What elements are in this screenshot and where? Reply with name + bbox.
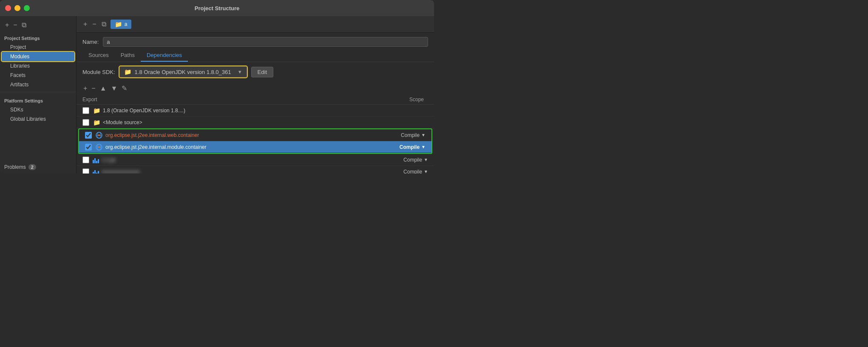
remove-module-button[interactable]: −: [12, 21, 18, 29]
module-name: a: [125, 21, 128, 27]
sidebar-item-sdks[interactable]: SDKs: [0, 105, 76, 114]
sidebar-item-global-libraries-label: Global Libraries: [10, 116, 46, 122]
tab-dependencies[interactable]: Dependencies: [141, 49, 188, 62]
sdk-dropdown[interactable]: 📁 1.8 Oracle OpenJDK version 1.8.0_361 ▼: [119, 66, 247, 77]
sidebar-item-project-label: Project: [10, 44, 26, 50]
table-row[interactable]: 📁 1.8 (Oracle OpenJDK version 1.8....): [77, 105, 434, 117]
tabs: Sources Paths Dependencies: [77, 49, 434, 62]
window-controls: [5, 5, 30, 11]
scope-dropdown-arrow-icon: ▼: [421, 133, 425, 137]
problems-label: Problems: [4, 164, 26, 170]
sidebar-item-libraries[interactable]: Libraries: [0, 61, 76, 71]
name-label: Name:: [82, 39, 99, 45]
dep-add-button[interactable]: +: [82, 85, 88, 92]
module-source-icon: 📁: [93, 119, 100, 126]
dep-scope: Compile ▼: [390, 169, 428, 174]
sdk-edit-button[interactable]: Edit: [251, 67, 273, 77]
problems-button[interactable]: Problems 2: [0, 161, 76, 174]
sidebar-item-facets[interactable]: Facets: [0, 71, 76, 80]
sdk-dropdown-arrow-icon: ▼: [238, 69, 242, 74]
sidebar-item-sdks-label: SDKs: [10, 107, 23, 113]
name-row: Name:: [77, 33, 434, 49]
tab-paths[interactable]: Paths: [115, 49, 141, 62]
dep-name: 1.8 (Oracle OpenJDK version 1.8....): [103, 108, 390, 114]
content-wrapper: Export Scope 📁 1.8 (Oracle OpenJDK versi…: [77, 95, 434, 174]
remove-entry-button[interactable]: −: [91, 20, 97, 28]
bar-chart-icon: [93, 156, 99, 163]
sidebar: + − ⧉ Project Settings Project Modules L…: [0, 16, 77, 174]
dep-down-button[interactable]: ▼: [110, 85, 119, 92]
sidebar-item-artifacts[interactable]: Artifacts: [0, 80, 76, 89]
window: Project Structure + − ⧉ Project Settings…: [0, 0, 434, 174]
maximize-button[interactable]: [24, 5, 30, 11]
dep-checkbox[interactable]: [85, 144, 92, 151]
green-border-group: org.eclipse.jst.j2ee.internal.web.contai…: [78, 128, 432, 154]
dep-toolbar: + − ▲ ▼ ✎: [77, 82, 434, 95]
export-header: Export: [82, 97, 390, 102]
name-input[interactable]: [103, 37, 428, 47]
sidebar-item-project[interactable]: Project: [0, 43, 76, 52]
dep-name: xxxxxxxxxxxxxxx: [102, 169, 390, 174]
sdk-folder-dep-icon: 📁: [93, 107, 100, 114]
dep-scope: Compile ▼: [387, 144, 425, 150]
platform-settings-header: Platform Settings: [0, 95, 76, 105]
close-button[interactable]: [5, 5, 11, 11]
sdk-value: 1.8 Oracle OpenJDK version 1.8.0_361: [135, 69, 234, 75]
sidebar-item-artifacts-label: Artifacts: [10, 82, 28, 88]
dep-name: org.eclipse.jst.j2ee.internal.module.con…: [105, 144, 387, 150]
sidebar-item-global-libraries[interactable]: Global Libraries: [0, 114, 76, 124]
sidebar-toolbar: + − ⧉: [0, 20, 76, 32]
sidebar-item-facets-label: Facets: [10, 72, 26, 78]
sidebar-item-modules[interactable]: Modules: [2, 52, 74, 61]
module-toolbar: + − ⧉ 📁 a: [77, 16, 434, 33]
scope-dropdown-arrow-icon: ▼: [424, 169, 428, 174]
dep-checkbox[interactable]: [82, 168, 89, 174]
dep-up-button[interactable]: ▲: [99, 85, 108, 92]
titlebar: Project Structure: [0, 0, 434, 16]
dep-name: <Module source>: [103, 119, 390, 125]
table-row[interactable]: org.eclipse.jst.j2ee.internal.web.contai…: [79, 129, 431, 141]
dep-name: 1.2.jar: [102, 157, 390, 163]
sdk-row: Module SDK: 📁 1.8 Oracle OpenJDK version…: [77, 62, 434, 82]
table-row[interactable]: 1.2.jar Compile ▼: [77, 154, 434, 166]
dep-checkbox[interactable]: [82, 156, 89, 163]
svg-point-3: [98, 134, 100, 136]
minimize-button[interactable]: [14, 5, 20, 11]
table-row[interactable]: org.eclipse.jst.j2ee.internal.module.con…: [79, 141, 431, 153]
copy-entry-button[interactable]: ⧉: [101, 20, 107, 28]
module-entry[interactable]: 📁 a: [111, 20, 132, 29]
sidebar-item-libraries-label: Libraries: [10, 63, 30, 69]
scope-dropdown-arrow-icon: ▼: [421, 145, 425, 149]
module-folder-icon: 📁: [115, 21, 122, 28]
dep-name: org.eclipse.jst.j2ee.internal.web.contai…: [105, 132, 387, 138]
add-module-button[interactable]: +: [4, 21, 10, 29]
globe-icon: [95, 131, 103, 139]
dep-checkbox[interactable]: [82, 107, 89, 114]
window-title: Project Structure: [195, 5, 239, 11]
table-row[interactable]: xxxxxxxxxxxxxxx Compile ▼: [77, 166, 434, 174]
dep-checkbox[interactable]: [85, 132, 92, 139]
table-row[interactable]: 📁 <Module source>: [77, 117, 434, 128]
content-area: + − ⧉ 📁 a Name: Sources Paths: [77, 16, 434, 174]
dep-scope: Compile ▼: [390, 157, 428, 163]
sidebar-item-modules-label: Modules: [10, 54, 29, 60]
sdk-label: Module SDK:: [82, 69, 115, 75]
scope-dropdown-arrow-icon: ▼: [424, 157, 428, 162]
svg-point-7: [98, 146, 100, 148]
scope-header: Scope: [390, 97, 428, 102]
sidebar-divider: [0, 92, 76, 92]
dep-table: 📁 1.8 (Oracle OpenJDK version 1.8....) 📁…: [77, 105, 434, 174]
main-layout: + − ⧉ Project Settings Project Modules L…: [0, 16, 434, 174]
dep-scope: Compile ▼: [387, 132, 425, 138]
copy-module-button[interactable]: ⧉: [21, 21, 27, 29]
globe-icon: [95, 143, 103, 151]
bar-chart-icon: [93, 168, 99, 174]
dep-remove-button[interactable]: −: [91, 85, 96, 92]
project-settings-header: Project Settings: [0, 32, 76, 43]
add-entry-button[interactable]: +: [82, 20, 88, 28]
tab-sources[interactable]: Sources: [82, 49, 115, 62]
problems-badge: 2: [28, 164, 36, 170]
dep-edit-button[interactable]: ✎: [121, 84, 128, 92]
dep-checkbox[interactable]: [82, 119, 89, 126]
sdk-folder-icon: 📁: [124, 68, 131, 75]
